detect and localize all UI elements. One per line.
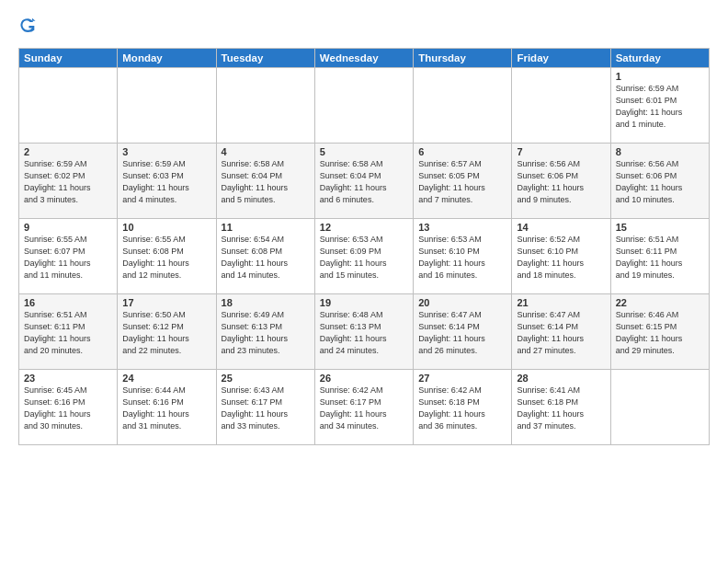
day-number: 11 — [222, 222, 310, 233]
calendar-cell — [314, 68, 413, 144]
day-number: 27 — [418, 373, 506, 384]
day-info: Sunrise: 6:47 AM Sunset: 6:14 PM Dayligh… — [418, 309, 506, 357]
weekday-header-tuesday: Tuesday — [216, 49, 314, 68]
day-number: 6 — [418, 146, 506, 157]
calendar-cell: 24Sunrise: 6:44 AM Sunset: 6:16 PM Dayli… — [118, 370, 216, 445]
day-info: Sunrise: 6:58 AM Sunset: 6:04 PM Dayligh… — [222, 158, 310, 206]
weekday-header-monday: Monday — [118, 49, 216, 68]
calendar-cell: 19Sunrise: 6:48 AM Sunset: 6:13 PM Dayli… — [314, 294, 413, 370]
day-number: 25 — [222, 373, 310, 384]
day-number: 9 — [24, 222, 112, 233]
calendar-cell: 8Sunrise: 6:56 AM Sunset: 6:06 PM Daylig… — [610, 144, 709, 219]
day-info: Sunrise: 6:48 AM Sunset: 6:13 PM Dayligh… — [320, 309, 408, 357]
calendar-cell: 18Sunrise: 6:49 AM Sunset: 6:13 PM Dayli… — [216, 294, 314, 370]
day-number: 18 — [222, 297, 310, 308]
day-number: 7 — [517, 146, 605, 157]
day-info: Sunrise: 6:59 AM Sunset: 6:01 PM Dayligh… — [616, 83, 704, 131]
day-info: Sunrise: 6:53 AM Sunset: 6:09 PM Dayligh… — [320, 234, 408, 282]
calendar-cell: 5Sunrise: 6:58 AM Sunset: 6:04 PM Daylig… — [314, 144, 413, 219]
calendar-cell: 20Sunrise: 6:47 AM Sunset: 6:14 PM Dayli… — [414, 294, 512, 370]
calendar-cell: 11Sunrise: 6:54 AM Sunset: 6:08 PM Dayli… — [216, 219, 314, 294]
calendar-cell: 25Sunrise: 6:43 AM Sunset: 6:17 PM Dayli… — [216, 370, 314, 445]
day-info: Sunrise: 6:52 AM Sunset: 6:10 PM Dayligh… — [517, 234, 605, 282]
day-number: 24 — [122, 373, 210, 384]
calendar-cell — [414, 68, 512, 144]
calendar-cell: 17Sunrise: 6:50 AM Sunset: 6:12 PM Dayli… — [118, 294, 216, 370]
calendar-cell: 7Sunrise: 6:56 AM Sunset: 6:06 PM Daylig… — [512, 144, 610, 219]
day-info: Sunrise: 6:57 AM Sunset: 6:05 PM Dayligh… — [418, 158, 506, 206]
weekday-header-saturday: Saturday — [610, 49, 709, 68]
weekday-header-row: SundayMondayTuesdayWednesdayThursdayFrid… — [19, 49, 710, 68]
calendar-cell — [118, 68, 216, 144]
day-info: Sunrise: 6:47 AM Sunset: 6:14 PM Dayligh… — [517, 309, 605, 357]
calendar-cell: 21Sunrise: 6:47 AM Sunset: 6:14 PM Dayli… — [512, 294, 610, 370]
day-info: Sunrise: 6:45 AM Sunset: 6:16 PM Dayligh… — [24, 385, 112, 432]
day-info: Sunrise: 6:51 AM Sunset: 6:11 PM Dayligh… — [616, 234, 704, 282]
week-row-5: 23Sunrise: 6:45 AM Sunset: 6:16 PM Dayli… — [19, 370, 710, 445]
weekday-header-wednesday: Wednesday — [314, 49, 413, 68]
calendar-cell — [19, 68, 118, 144]
calendar-cell: 26Sunrise: 6:42 AM Sunset: 6:17 PM Dayli… — [314, 370, 413, 445]
calendar-cell: 9Sunrise: 6:55 AM Sunset: 6:07 PM Daylig… — [19, 219, 118, 294]
day-number: 28 — [517, 373, 605, 384]
calendar-cell: 10Sunrise: 6:55 AM Sunset: 6:08 PM Dayli… — [118, 219, 216, 294]
day-number: 1 — [616, 71, 704, 82]
day-number: 23 — [24, 373, 112, 384]
header — [18, 17, 710, 40]
weekday-header-thursday: Thursday — [414, 49, 512, 68]
day-info: Sunrise: 6:42 AM Sunset: 6:17 PM Dayligh… — [320, 385, 408, 432]
day-info: Sunrise: 6:56 AM Sunset: 6:06 PM Dayligh… — [616, 158, 704, 206]
page: SundayMondayTuesdayWednesdayThursdayFrid… — [0, 0, 728, 563]
day-number: 22 — [616, 297, 704, 308]
svg-marker-0 — [32, 18, 36, 21]
calendar-cell: 28Sunrise: 6:41 AM Sunset: 6:18 PM Dayli… — [512, 370, 610, 445]
day-info: Sunrise: 6:41 AM Sunset: 6:18 PM Dayligh… — [517, 385, 605, 432]
day-info: Sunrise: 6:53 AM Sunset: 6:10 PM Dayligh… — [418, 234, 506, 282]
calendar-cell: 23Sunrise: 6:45 AM Sunset: 6:16 PM Dayli… — [19, 370, 118, 445]
day-info: Sunrise: 6:59 AM Sunset: 6:02 PM Dayligh… — [24, 158, 112, 206]
day-info: Sunrise: 6:59 AM Sunset: 6:03 PM Dayligh… — [122, 158, 210, 206]
day-number: 5 — [320, 146, 408, 157]
calendar-cell: 6Sunrise: 6:57 AM Sunset: 6:05 PM Daylig… — [414, 144, 512, 219]
day-number: 4 — [222, 146, 310, 157]
calendar-cell: 15Sunrise: 6:51 AM Sunset: 6:11 PM Dayli… — [610, 219, 709, 294]
day-info: Sunrise: 6:49 AM Sunset: 6:13 PM Dayligh… — [222, 309, 310, 357]
week-row-4: 16Sunrise: 6:51 AM Sunset: 6:11 PM Dayli… — [19, 294, 710, 370]
calendar-cell: 12Sunrise: 6:53 AM Sunset: 6:09 PM Dayli… — [314, 219, 413, 294]
logo-icon — [20, 17, 40, 37]
day-number: 13 — [418, 222, 506, 233]
day-info: Sunrise: 6:58 AM Sunset: 6:04 PM Dayligh… — [320, 158, 408, 206]
day-info: Sunrise: 6:54 AM Sunset: 6:08 PM Dayligh… — [222, 234, 310, 282]
day-number: 20 — [418, 297, 506, 308]
day-number: 10 — [122, 222, 210, 233]
calendar-cell: 13Sunrise: 6:53 AM Sunset: 6:10 PM Dayli… — [414, 219, 512, 294]
day-info: Sunrise: 6:56 AM Sunset: 6:06 PM Dayligh… — [517, 158, 605, 206]
day-number: 2 — [24, 146, 112, 157]
day-number: 3 — [122, 146, 210, 157]
day-info: Sunrise: 6:44 AM Sunset: 6:16 PM Dayligh… — [122, 385, 210, 432]
calendar-cell — [216, 68, 314, 144]
day-info: Sunrise: 6:46 AM Sunset: 6:15 PM Dayligh… — [616, 309, 704, 357]
day-number: 21 — [517, 297, 605, 308]
calendar-cell: 22Sunrise: 6:46 AM Sunset: 6:15 PM Dayli… — [610, 294, 709, 370]
calendar-cell: 4Sunrise: 6:58 AM Sunset: 6:04 PM Daylig… — [216, 144, 314, 219]
day-number: 12 — [320, 222, 408, 233]
day-number: 8 — [616, 146, 704, 157]
day-info: Sunrise: 6:50 AM Sunset: 6:12 PM Dayligh… — [122, 309, 210, 357]
calendar-cell: 1Sunrise: 6:59 AM Sunset: 6:01 PM Daylig… — [610, 68, 709, 144]
day-info: Sunrise: 6:55 AM Sunset: 6:08 PM Dayligh… — [122, 234, 210, 282]
calendar-cell: 14Sunrise: 6:52 AM Sunset: 6:10 PM Dayli… — [512, 219, 610, 294]
weekday-header-sunday: Sunday — [19, 49, 118, 68]
day-info: Sunrise: 6:43 AM Sunset: 6:17 PM Dayligh… — [222, 385, 310, 432]
calendar-cell: 27Sunrise: 6:42 AM Sunset: 6:18 PM Dayli… — [414, 370, 512, 445]
day-number: 19 — [320, 297, 408, 308]
day-number: 15 — [616, 222, 704, 233]
calendar: SundayMondayTuesdayWednesdayThursdayFrid… — [18, 48, 710, 445]
week-row-3: 9Sunrise: 6:55 AM Sunset: 6:07 PM Daylig… — [19, 219, 710, 294]
day-number: 17 — [122, 297, 210, 308]
day-info: Sunrise: 6:55 AM Sunset: 6:07 PM Dayligh… — [24, 234, 112, 282]
day-info: Sunrise: 6:51 AM Sunset: 6:11 PM Dayligh… — [24, 309, 112, 357]
day-info: Sunrise: 6:42 AM Sunset: 6:18 PM Dayligh… — [418, 385, 506, 432]
calendar-cell: 2Sunrise: 6:59 AM Sunset: 6:02 PM Daylig… — [19, 144, 118, 219]
calendar-cell — [610, 370, 709, 445]
